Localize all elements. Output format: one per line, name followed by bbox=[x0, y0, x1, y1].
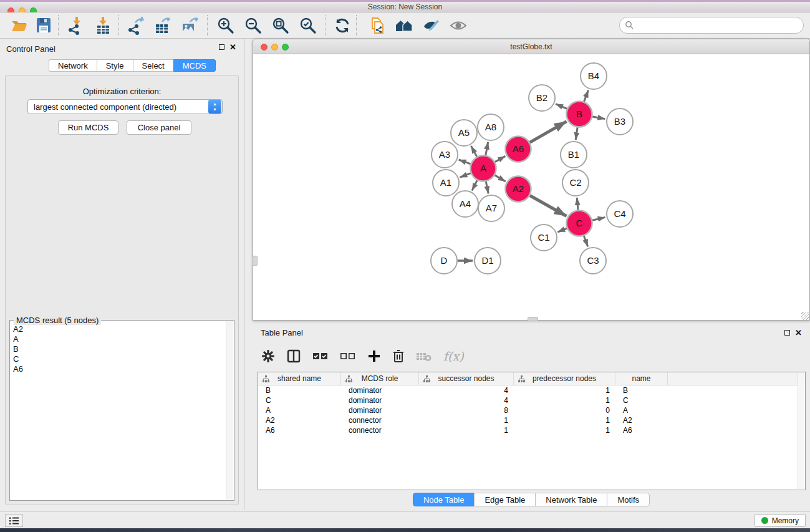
node-B1[interactable]: B1 bbox=[561, 142, 587, 168]
node-A5[interactable]: A5 bbox=[451, 120, 477, 146]
mcds-scrollbar[interactable] bbox=[226, 321, 233, 500]
mcds-result-item[interactable]: A6 bbox=[11, 364, 226, 374]
cell-shared-name[interactable]: C bbox=[258, 396, 341, 405]
delete-table-icon[interactable] bbox=[416, 351, 432, 362]
memory-button[interactable]: Memory bbox=[755, 514, 806, 527]
table-row[interactable]: Cdominator41C bbox=[258, 395, 805, 405]
edge-A2-C[interactable] bbox=[530, 196, 567, 216]
cell-successor-nodes[interactable]: 4 bbox=[419, 396, 514, 405]
edge-B-B3[interactable] bbox=[592, 117, 605, 119]
cell-name[interactable]: A2 bbox=[615, 416, 668, 425]
column-header-name[interactable]: name bbox=[615, 372, 668, 385]
node-A7[interactable]: A7 bbox=[478, 195, 504, 221]
function-builder-icon[interactable]: f(x) bbox=[443, 349, 464, 363]
node-B2[interactable]: B2 bbox=[529, 85, 555, 111]
tab-node-table[interactable]: Node Table bbox=[413, 493, 475, 506]
mcds-result-item[interactable]: C bbox=[11, 354, 226, 364]
edge-C-C2[interactable] bbox=[577, 198, 578, 210]
refresh-layout-icon[interactable] bbox=[333, 16, 352, 35]
cell-successor-nodes[interactable]: 1 bbox=[419, 416, 514, 425]
float-panel-icon[interactable] bbox=[219, 44, 224, 50]
cell-shared-name[interactable]: A bbox=[258, 406, 341, 415]
tab-style[interactable]: Style bbox=[97, 59, 133, 72]
edge-A-A4[interactable] bbox=[472, 180, 477, 190]
edge-A-A7[interactable] bbox=[486, 181, 488, 193]
table-scrollbar[interactable] bbox=[798, 373, 804, 489]
cell-name[interactable]: A bbox=[615, 406, 668, 415]
cell-successor-nodes[interactable]: 4 bbox=[419, 386, 514, 395]
split-column-icon[interactable] bbox=[286, 349, 301, 364]
edge-A-A3[interactable] bbox=[459, 160, 471, 164]
zoom-fit-icon[interactable] bbox=[271, 16, 290, 35]
table-row[interactable]: A6connector11A6 bbox=[258, 425, 805, 435]
cell-MCDS-role[interactable]: connector bbox=[341, 426, 419, 435]
cell-shared-name[interactable]: B bbox=[258, 386, 341, 395]
node-A1[interactable]: A1 bbox=[433, 170, 459, 196]
node-B4[interactable]: B4 bbox=[581, 63, 607, 89]
close-panel-button[interactable]: Close panel bbox=[127, 120, 191, 135]
float-table-panel-icon[interactable] bbox=[784, 330, 790, 336]
cell-predecessor-nodes[interactable]: 1 bbox=[514, 426, 615, 435]
column-header-MCDS-role[interactable]: MCDS role bbox=[341, 372, 419, 385]
new-network-from-selection-icon[interactable] bbox=[368, 16, 387, 35]
edge-A6-B[interactable] bbox=[530, 122, 567, 143]
table-row[interactable]: Bdominator41B bbox=[258, 385, 805, 395]
edge-A-A6[interactable] bbox=[495, 156, 506, 162]
node-table[interactable]: shared nameMCDS rolesuccessor nodesprede… bbox=[258, 372, 806, 490]
node-D1[interactable]: D1 bbox=[475, 248, 501, 274]
tab-edge-table[interactable]: Edge Table bbox=[474, 493, 535, 506]
import-table-icon[interactable] bbox=[94, 16, 112, 35]
export-network-icon[interactable] bbox=[127, 16, 145, 35]
mcds-result-item[interactable]: B bbox=[11, 344, 226, 354]
node-A3[interactable]: A3 bbox=[432, 142, 458, 168]
node-A8[interactable]: A8 bbox=[478, 114, 504, 140]
node-D[interactable]: D bbox=[431, 248, 457, 274]
cell-shared-name[interactable]: A2 bbox=[258, 416, 341, 425]
edge-B-B4[interactable] bbox=[584, 90, 589, 101]
network-horizontal-scrollbar[interactable] bbox=[528, 317, 538, 321]
node-C[interactable]: C bbox=[567, 211, 592, 236]
node-A4[interactable]: A4 bbox=[452, 191, 478, 217]
edge-A-A5[interactable] bbox=[471, 146, 476, 157]
edge-C-C1[interactable] bbox=[557, 228, 567, 232]
cell-successor-nodes[interactable]: 1 bbox=[419, 426, 514, 435]
edge-A-A2[interactable] bbox=[495, 175, 506, 181]
network-window-titlebar[interactable]: testGlobe.txt bbox=[253, 39, 809, 54]
network-close-button[interactable] bbox=[261, 44, 268, 51]
edge-B-B1[interactable] bbox=[576, 127, 577, 140]
node-B[interactable]: B bbox=[567, 102, 592, 127]
table-row[interactable]: A2connector11A2 bbox=[258, 415, 805, 425]
zoom-out-icon[interactable] bbox=[244, 16, 263, 35]
close-panel-icon[interactable]: ✕ bbox=[229, 44, 236, 50]
node-A2[interactable]: A2 bbox=[506, 177, 531, 202]
cell-name[interactable]: B bbox=[615, 386, 668, 395]
criterion-dropdown[interactable]: largest connected component (directed) ▲… bbox=[27, 99, 223, 114]
delete-column-icon[interactable] bbox=[392, 349, 405, 364]
node-C3[interactable]: C3 bbox=[580, 248, 606, 274]
select-all-icon[interactable] bbox=[312, 351, 329, 361]
cell-MCDS-role[interactable]: dominator bbox=[341, 406, 419, 415]
export-image-icon[interactable] bbox=[181, 16, 200, 35]
import-network-icon[interactable] bbox=[66, 16, 85, 35]
cell-name[interactable]: A6 bbox=[615, 426, 668, 435]
cell-predecessor-nodes[interactable]: 1 bbox=[514, 416, 615, 425]
tab-network[interactable]: Network bbox=[49, 59, 97, 72]
column-header-predecessor-nodes[interactable]: predecessor nodes bbox=[514, 372, 615, 385]
tab-motifs[interactable]: Motifs bbox=[607, 493, 650, 506]
open-session-icon[interactable] bbox=[10, 16, 29, 35]
tab-mcds[interactable]: MCDS bbox=[173, 59, 216, 72]
cell-predecessor-nodes[interactable]: 0 bbox=[514, 406, 615, 415]
cell-MCDS-role[interactable]: dominator bbox=[341, 396, 419, 405]
cell-MCDS-role[interactable]: connector bbox=[341, 416, 419, 425]
node-C4[interactable]: C4 bbox=[607, 201, 633, 227]
cell-predecessor-nodes[interactable]: 1 bbox=[514, 396, 615, 405]
close-table-panel-icon[interactable]: ✕ bbox=[795, 330, 802, 336]
cell-MCDS-role[interactable]: dominator bbox=[341, 386, 419, 395]
network-graph[interactable]: AA1A2A3A4A5A6A7A8BB1B2B3B4CC1C2C3C4DD1 bbox=[254, 54, 809, 320]
node-A[interactable]: A bbox=[471, 156, 496, 181]
cell-shared-name[interactable]: A6 bbox=[258, 426, 341, 435]
node-C1[interactable]: C1 bbox=[531, 225, 557, 251]
run-mcds-button[interactable]: Run MCDS bbox=[58, 120, 118, 135]
column-header-successor-nodes[interactable]: successor nodes bbox=[419, 372, 514, 385]
mcds-result-item[interactable]: A bbox=[11, 334, 226, 344]
